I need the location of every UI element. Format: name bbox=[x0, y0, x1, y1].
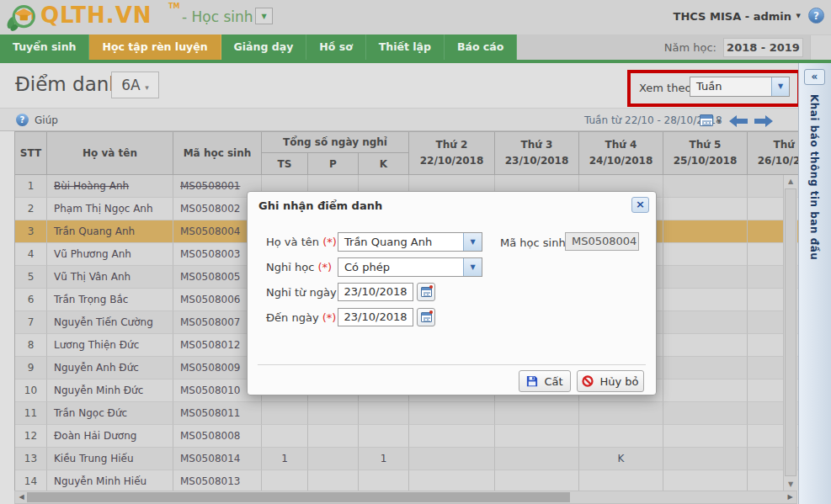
chevron-down-icon: ▾ bbox=[145, 83, 149, 92]
to-date-field[interactable]: 23/10/2018 bbox=[338, 308, 413, 326]
cell-stt: 5 bbox=[15, 266, 47, 289]
student-name-dropdown[interactable]: Trần Quang Anh ▼ bbox=[338, 232, 482, 252]
school-year-dropdown[interactable]: 2018 - 2019 ▾ bbox=[723, 38, 803, 57]
cell-day-5[interactable] bbox=[663, 448, 748, 470]
tab-giảng-dạy[interactable]: Giảng dạy bbox=[221, 34, 307, 60]
cell-day-3[interactable] bbox=[495, 425, 579, 448]
col-header-p: P bbox=[308, 153, 359, 175]
cell-name: Nguyễn Minh Hiếu bbox=[47, 470, 173, 491]
cell-day-2[interactable] bbox=[409, 425, 495, 448]
cell-day-3[interactable] bbox=[495, 402, 579, 425]
help-link[interactable]: Giúp bbox=[35, 114, 58, 126]
save-floppy-icon bbox=[526, 375, 538, 387]
cell-day-4[interactable]: K bbox=[579, 448, 663, 470]
cell-k: 1 bbox=[359, 448, 409, 470]
absence-type-dropdown[interactable]: Có phép ▼ bbox=[338, 257, 482, 277]
calendar-picker-button[interactable] bbox=[700, 114, 713, 126]
vertical-scrollbar-thumb[interactable] bbox=[785, 188, 796, 476]
cell-day-5[interactable] bbox=[663, 379, 748, 402]
scroll-right-button[interactable]: ▶ bbox=[785, 491, 796, 503]
to-date-label: Đến ngày (*) bbox=[266, 311, 336, 324]
horizontal-scrollbar[interactable]: ◀ ▶ bbox=[14, 491, 797, 504]
cell-day-3[interactable] bbox=[495, 470, 579, 491]
cell-day-2[interactable] bbox=[409, 448, 495, 470]
scroll-left-button[interactable]: ◀ bbox=[16, 491, 27, 503]
cell-stt: 8 bbox=[15, 334, 47, 357]
side-panel-title[interactable]: Khai báo thông tin ban đầu bbox=[808, 94, 820, 260]
cell-name: Phạm Thị Ngọc Anh bbox=[47, 198, 173, 220]
scroll-up-button[interactable]: ▲ bbox=[784, 175, 797, 188]
cell-day-4[interactable] bbox=[579, 470, 663, 491]
previous-week-button[interactable] bbox=[729, 114, 748, 130]
table-row[interactable]: 13Kiều Trung HiếuMS050801411K bbox=[15, 448, 798, 470]
collapse-panel-button[interactable]: « bbox=[804, 69, 825, 85]
save-button[interactable]: Cất bbox=[519, 370, 571, 392]
cell-day-5[interactable] bbox=[663, 266, 748, 289]
view-by-label: Xem theo bbox=[639, 82, 691, 94]
save-button-label: Cất bbox=[544, 375, 562, 388]
app-window: QLTH.VN TM - Học sinh ▼ THCS MISA - admi… bbox=[0, 0, 831, 504]
table-row[interactable]: 14Nguyễn Minh HiếuMS0508013 bbox=[15, 470, 798, 491]
tab-học-tập-rèn-luyện[interactable]: Học tập rèn luyện bbox=[89, 34, 221, 60]
trademark-mark: TM bbox=[168, 3, 179, 10]
col-header-k: K bbox=[359, 153, 409, 175]
col-header-day-3: Thứ 323/10/2018 bbox=[495, 132, 579, 175]
table-toolbar: ? Giúp Tuần từ 22/10 - 28/10/2018 ▾ bbox=[0, 108, 798, 131]
cell-day-5[interactable] bbox=[663, 198, 748, 220]
right-side-panel: « Khai báo thông tin ban đầu bbox=[798, 63, 831, 504]
student-code-field[interactable]: MS0508004 bbox=[565, 232, 639, 251]
col-header-day-2: Thứ 222/10/2018 bbox=[409, 132, 495, 175]
close-icon[interactable]: × bbox=[631, 197, 649, 213]
tab-báo-cáo[interactable]: Báo cáo bbox=[445, 34, 517, 60]
chevron-down-icon[interactable]: ▼ bbox=[463, 233, 482, 251]
table-row[interactable]: 12Đoàn Hải DươngMS0508008 bbox=[15, 425, 798, 448]
cell-day-5[interactable] bbox=[663, 357, 748, 379]
cell-day-5[interactable] bbox=[663, 289, 748, 311]
cell-day-5[interactable] bbox=[663, 334, 748, 357]
table-header: STT Họ và tên Mã học sinh Tổng số ngày n… bbox=[15, 131, 798, 175]
cell-day-5[interactable] bbox=[663, 175, 748, 198]
tab-tuyển-sinh[interactable]: Tuyển sinh bbox=[0, 34, 89, 60]
cell-day-5[interactable] bbox=[663, 311, 748, 334]
to-date-calendar-button[interactable] bbox=[417, 308, 435, 326]
account-menu[interactable]: THCS MISA - admin bbox=[674, 10, 791, 23]
vertical-scrollbar[interactable]: ▲ ▼ bbox=[783, 175, 797, 491]
cell-day-5[interactable] bbox=[663, 402, 748, 425]
cancel-button[interactable]: Hủy bỏ bbox=[577, 370, 644, 392]
cell-code: MS0508011 bbox=[173, 402, 262, 425]
main-nav: Tuyển sinhHọc tập rèn luyệnGiảng dạyHồ s… bbox=[0, 34, 831, 60]
class-value: 6A bbox=[121, 77, 140, 93]
cell-day-2[interactable] bbox=[409, 470, 495, 491]
tab-hồ-sơ[interactable]: Hồ sơ bbox=[306, 34, 365, 60]
module-dropdown-button[interactable]: ▼ bbox=[255, 8, 273, 24]
cell-stt: 13 bbox=[15, 448, 47, 470]
cell-stt: 1 bbox=[15, 175, 47, 198]
cell-day-4[interactable] bbox=[579, 425, 663, 448]
cell-day-3[interactable] bbox=[495, 448, 579, 470]
chevron-down-icon[interactable]: ▼ bbox=[463, 258, 482, 276]
class-dropdown[interactable]: 6A ▾ bbox=[111, 72, 159, 98]
help-icon[interactable]: ? bbox=[16, 114, 29, 126]
from-date-field[interactable]: 23/10/2018 bbox=[338, 283, 413, 301]
cell-name: Lương Thiện Đức bbox=[47, 334, 173, 357]
cell-day-5[interactable] bbox=[663, 243, 748, 266]
scroll-down-button[interactable]: ▼ bbox=[784, 478, 797, 491]
table-row[interactable]: 11Trần Ngọc ĐứcMS0508011 bbox=[15, 402, 798, 425]
cell-name: Vũ Phương Anh bbox=[47, 243, 173, 266]
cell-day-4[interactable] bbox=[579, 402, 663, 425]
view-by-dropdown[interactable]: Tuần ▼ bbox=[690, 77, 790, 97]
chevron-down-icon[interactable]: ▼ bbox=[771, 77, 789, 96]
cell-day-5[interactable] bbox=[663, 470, 748, 491]
horizontal-scrollbar-thumb[interactable] bbox=[27, 492, 570, 502]
calendar-icon bbox=[700, 114, 713, 126]
tab-thiết-lập[interactable]: Thiết lập bbox=[366, 34, 445, 60]
col-header-day-6: Thứ 626/10/2018 bbox=[748, 132, 798, 175]
from-date-calendar-button[interactable] bbox=[417, 283, 435, 301]
cell-day-5[interactable] bbox=[663, 220, 748, 243]
help-icon[interactable]: ? bbox=[808, 8, 824, 24]
cell-day-5[interactable] bbox=[663, 425, 748, 448]
cell-name: Trần Trọng Bắc bbox=[47, 289, 173, 311]
student-code-label: Mã học sinh bbox=[500, 236, 566, 249]
cell-day-2[interactable] bbox=[409, 402, 495, 425]
next-week-button[interactable] bbox=[754, 114, 773, 130]
